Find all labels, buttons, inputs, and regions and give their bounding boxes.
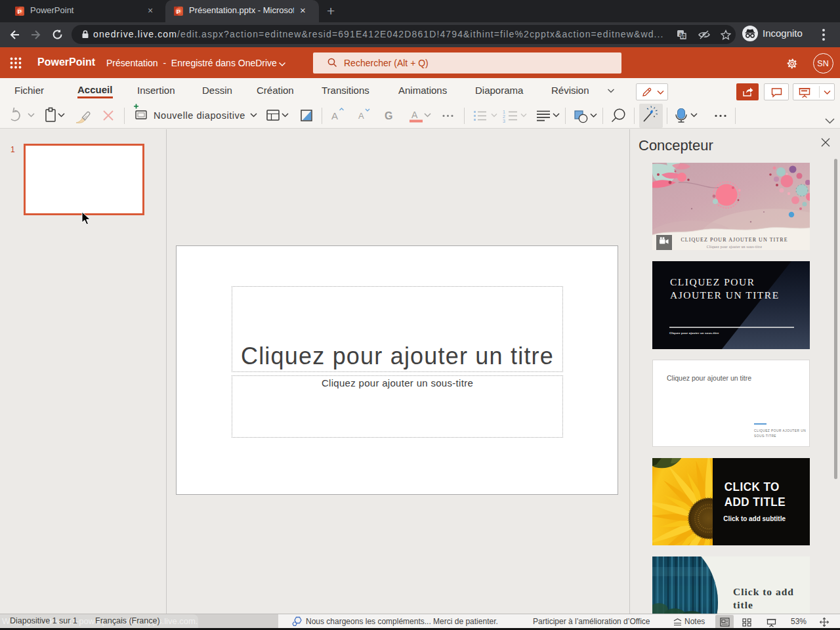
svg-text:Nouvelle diapositive: Nouvelle diapositive xyxy=(154,110,245,121)
svg-text:Click to add subtitle: Click to add subtitle xyxy=(723,515,786,522)
svg-text:2: 2 xyxy=(503,114,505,119)
svg-text:G: G xyxy=(385,110,392,121)
svg-text:Cliquez pour ajouter un sous-t: Cliquez pour ajouter un sous-titre xyxy=(669,331,719,335)
svg-text:3: 3 xyxy=(503,119,505,123)
svg-text:Cliquez pour ajouter un sous-t: Cliquez pour ajouter un sous-titre xyxy=(707,245,763,249)
svg-text:A: A xyxy=(358,111,364,121)
svg-text:ADD TITLE: ADD TITLE xyxy=(724,495,786,509)
svg-text:P: P xyxy=(18,8,22,15)
svg-text:1: 1 xyxy=(503,110,505,114)
svg-text:Click to add: Click to add xyxy=(733,586,794,597)
svg-text:P: P xyxy=(177,8,181,15)
svg-text:CLIQUEZ POUR: CLIQUEZ POUR xyxy=(670,276,755,287)
svg-text:CLIQUEZ POUR AJOUTER UN TITRE: CLIQUEZ POUR AJOUTER UN TITRE xyxy=(681,237,788,243)
svg-text:AJOUTER UN TITRE: AJOUTER UN TITRE xyxy=(670,289,780,301)
svg-text:CLICK TO: CLICK TO xyxy=(724,480,780,494)
svg-text:A: A xyxy=(331,110,338,121)
svg-text:A: A xyxy=(411,110,418,120)
svg-text:title: title xyxy=(733,599,753,610)
svg-text:文: 文 xyxy=(681,34,686,39)
